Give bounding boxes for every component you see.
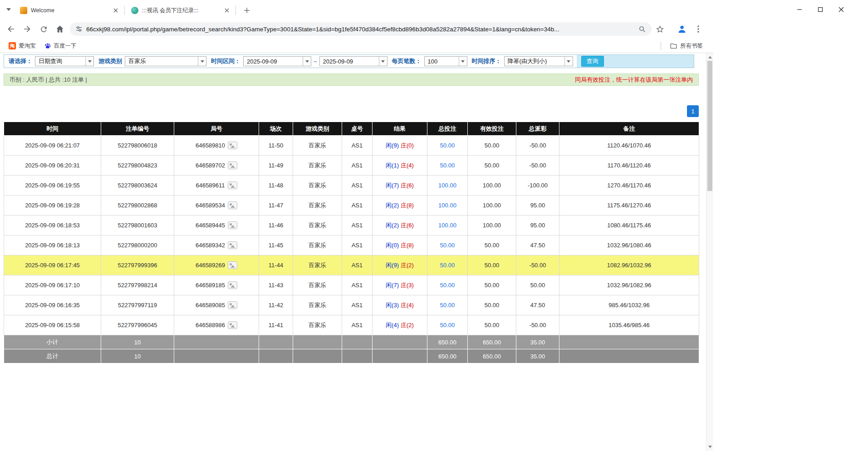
- back-button[interactable]: [3, 21, 19, 37]
- page-size-select[interactable]: 100: [424, 56, 467, 66]
- all-bookmarks-button[interactable]: 所有书签: [667, 40, 706, 51]
- total-bet-link[interactable]: 50.00: [440, 282, 455, 289]
- bookmarks-bar: 淘 爱淘宝 百度一下 所有书签: [0, 39, 713, 53]
- profile-button[interactable]: [674, 21, 690, 37]
- scroll-up-icon[interactable]: [706, 54, 713, 61]
- col-header-game-type: 游戏类别: [293, 122, 342, 136]
- game-result-icon[interactable]: [228, 221, 237, 229]
- col-header-result: 结果: [373, 122, 427, 136]
- game-result-icon[interactable]: [228, 321, 237, 329]
- total-bet-link[interactable]: 50.00: [440, 262, 455, 269]
- total-bet-link[interactable]: 50.00: [440, 162, 455, 169]
- scrollbar-thumb[interactable]: [707, 61, 712, 191]
- bet-record-row-highlighted: 2025-09-09 06:17:45 522797999396 6465892…: [4, 255, 699, 275]
- game-result-icon[interactable]: [228, 181, 237, 189]
- date-to-select[interactable]: 2025-09-09: [319, 56, 387, 66]
- vertical-scrollbar[interactable]: [706, 53, 713, 451]
- cell-remark: 1035.46/985.46: [559, 315, 699, 335]
- empty-cell: [259, 349, 293, 363]
- dropdown-arrow-icon[interactable]: [303, 57, 311, 66]
- total-bet-link[interactable]: 100.00: [438, 222, 456, 229]
- date-type-select[interactable]: 日期查询: [35, 56, 94, 66]
- browser-menu-button[interactable]: [691, 21, 706, 37]
- cell-session: 11-43: [259, 275, 293, 295]
- cell-bet-no: 522797996045: [101, 315, 174, 335]
- browser-tab-welcome[interactable]: Welcome: [15, 3, 123, 18]
- total-bet-link[interactable]: 50.00: [440, 322, 455, 328]
- cell-valid-bet: 100.00: [468, 196, 516, 216]
- bet-record-row: 2025-09-09 06:18:53 522798001603 6465894…: [4, 216, 699, 235]
- refresh-icon: [39, 25, 48, 34]
- cell-session: 11-46: [259, 216, 293, 235]
- col-header-table: 桌号: [342, 122, 373, 136]
- site-settings-icon[interactable]: [75, 25, 83, 33]
- cell-valid-bet: 50.00: [468, 136, 516, 156]
- cell-remark: 1270.46/1170.46: [559, 176, 699, 196]
- banker-result: 庄(2): [401, 322, 414, 328]
- bookmark-baidu[interactable]: 百度一下: [41, 40, 80, 51]
- game-type-select[interactable]: 百家乐: [125, 56, 206, 66]
- cell-table: AS1: [342, 235, 373, 255]
- bookmarks-right-group: 所有书签: [661, 40, 708, 51]
- cell-result: 闲(9)庄(2): [373, 255, 427, 275]
- total-bet-link[interactable]: 50.00: [440, 302, 455, 309]
- dropdown-arrow-icon[interactable]: [85, 57, 93, 66]
- player-result: 闲(2): [386, 222, 399, 229]
- page-1-button[interactable]: 1: [687, 105, 699, 117]
- game-result-icon[interactable]: [228, 201, 237, 209]
- game-result-icon[interactable]: [228, 261, 237, 269]
- dropdown-arrow-icon[interactable]: [564, 57, 573, 66]
- bet-record-row: 2025-09-09 06:16:35 522797997119 6465890…: [4, 295, 699, 315]
- dropdown-arrow-icon[interactable]: [459, 57, 467, 66]
- total-bet-link[interactable]: 50.00: [440, 142, 455, 149]
- forward-button[interactable]: [20, 21, 35, 37]
- bookmark-star-button[interactable]: [652, 21, 667, 37]
- new-tab-button[interactable]: [240, 4, 253, 17]
- game-result-icon[interactable]: [228, 301, 237, 309]
- home-button[interactable]: [52, 21, 68, 37]
- cell-session: 11-45: [259, 235, 293, 255]
- tab-close-icon[interactable]: [112, 6, 120, 15]
- cell-time: 2025-09-09 06:17:45: [4, 255, 101, 275]
- game-result-icon[interactable]: [228, 142, 237, 149]
- address-bar[interactable]: 66cxkj98.com/ipl/portal.php/game/betreco…: [70, 22, 652, 36]
- cell-session: 11-42: [259, 295, 293, 315]
- cell-payout: -50.00: [516, 156, 559, 176]
- maximize-button[interactable]: [810, 0, 831, 19]
- game-result-icon[interactable]: [228, 162, 237, 169]
- game-result-icon[interactable]: [228, 281, 237, 289]
- total-bet-link[interactable]: 50.00: [440, 242, 455, 249]
- bet-record-row: 2025-09-09 06:15:58 522797996045 6465889…: [4, 315, 699, 335]
- cell-remark: 1032.96/1080.46: [559, 235, 699, 255]
- date-to-value: 2025-09-09: [320, 58, 379, 65]
- dropdown-arrow-icon[interactable]: [379, 57, 387, 66]
- taobao-icon: 淘: [9, 42, 16, 49]
- cell-total-bet: 50.00: [427, 136, 468, 156]
- total-bet-link[interactable]: 100.00: [438, 202, 456, 209]
- scroll-down-icon[interactable]: [706, 443, 713, 451]
- browser-tab-betrecord[interactable]: :::视讯 会员下注纪录:::: [126, 3, 235, 18]
- tab-close-icon[interactable]: [223, 6, 231, 15]
- refresh-button[interactable]: [36, 21, 51, 37]
- bookmark-aitaobao[interactable]: 淘 爱淘宝: [5, 40, 39, 51]
- close-window-button[interactable]: [831, 0, 852, 19]
- cell-table: AS1: [342, 156, 373, 176]
- filter-label-time-range: 时间区间：: [211, 57, 240, 65]
- dropdown-arrow-icon[interactable]: [198, 57, 206, 66]
- game-result-icon[interactable]: [228, 241, 237, 249]
- sort-order-select[interactable]: 降幂(由大到小): [504, 56, 573, 66]
- search-button[interactable]: 查询: [581, 56, 604, 67]
- minimize-button[interactable]: [789, 0, 810, 19]
- tab-title: Welcome: [31, 7, 109, 14]
- cell-table: AS1: [342, 136, 373, 156]
- date-from-select[interactable]: 2025-09-09: [243, 56, 311, 66]
- cell-bet-no: 522797999396: [101, 255, 174, 275]
- cell-game: 百家乐: [293, 235, 342, 255]
- total-bet-link[interactable]: 100.00: [438, 182, 456, 189]
- round-number: 646588986: [196, 322, 225, 328]
- tab-search-chevron-icon[interactable]: [3, 4, 15, 15]
- zoom-icon[interactable]: [638, 25, 646, 33]
- round-number: 646589342: [196, 242, 225, 249]
- url-text[interactable]: 66cxkj98.com/ipl/portal.php/game/betreco…: [86, 26, 638, 33]
- bet-record-row: 2025-09-09 06:18:13 522798000200 6465893…: [4, 235, 699, 255]
